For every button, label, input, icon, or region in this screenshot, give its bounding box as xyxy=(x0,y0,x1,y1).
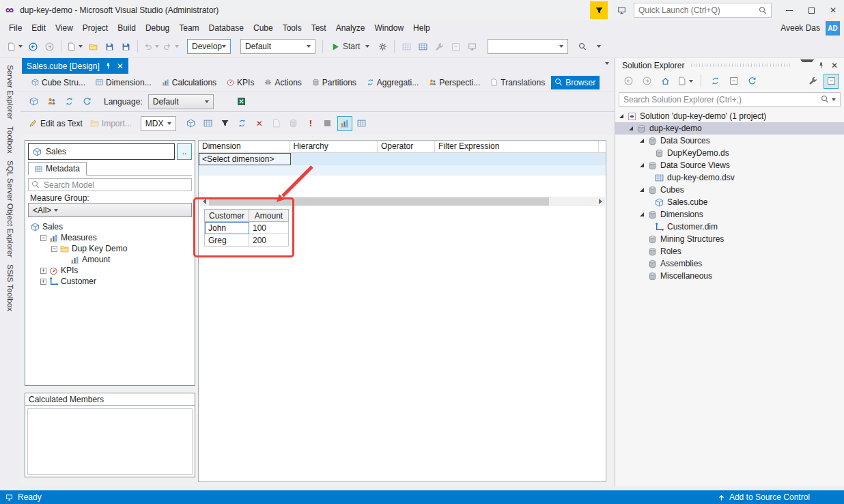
tab-overflow-chevron-icon[interactable] xyxy=(605,62,609,65)
scrollbar-thumb[interactable] xyxy=(209,197,549,206)
se-node-roles[interactable]: Roles xyxy=(615,245,844,257)
redo-button[interactable] xyxy=(162,39,180,54)
metadata-search-input[interactable]: Search Model xyxy=(28,178,192,191)
toolbar-empty-combo[interactable] xyxy=(488,39,568,54)
pin-icon[interactable] xyxy=(814,59,828,72)
toolbar-options-button[interactable] xyxy=(591,39,606,54)
undo-button[interactable] xyxy=(142,39,160,54)
tree-node-amount-measure[interactable]: Amount xyxy=(28,254,192,265)
add-to-source-control-button[interactable]: Add to Source Control xyxy=(718,492,839,502)
tree-node-customer-dimension[interactable]: Customer xyxy=(28,276,192,287)
new-project-button[interactable] xyxy=(66,39,84,54)
feedback-icon[interactable] xyxy=(613,2,630,18)
tab-metadata[interactable]: Metadata xyxy=(28,162,87,176)
edit-as-text-button[interactable]: Edit as Text xyxy=(26,119,85,128)
analyze-in-excel-button[interactable] xyxy=(234,94,249,109)
document-tab-sales-cube[interactable]: Sales.cube [Design] xyxy=(22,58,128,74)
se-collapse-all-button[interactable] xyxy=(726,74,741,89)
process-cube-button[interactable] xyxy=(26,94,41,109)
save-all-button[interactable] xyxy=(118,39,133,54)
expander-icon[interactable] xyxy=(640,212,644,216)
attach-gear-button[interactable] xyxy=(375,39,390,54)
copy-button[interactable] xyxy=(269,116,284,131)
process-exclamation-button[interactable] xyxy=(303,116,318,131)
se-node-mining-structures[interactable]: Mining Structures xyxy=(615,233,844,245)
panel-menu-chevron-icon[interactable] xyxy=(800,59,814,72)
cube-more-button[interactable]: .. xyxy=(177,143,192,160)
menu-analyze[interactable]: Analyze xyxy=(331,21,370,35)
se-node-customer-dim[interactable]: Customer.dim xyxy=(615,221,844,233)
tree-node-sales-cube[interactable]: Sales xyxy=(28,221,192,232)
menu-tools[interactable]: Tools xyxy=(278,21,307,35)
measure-group-combo[interactable]: <All> xyxy=(28,203,192,217)
designer-tab-translations[interactable]: Translations xyxy=(486,76,549,89)
se-forward-button[interactable] xyxy=(639,74,654,89)
user-name[interactable]: Aveek Das xyxy=(780,23,820,33)
designer-tab-partitions[interactable]: Partitions xyxy=(308,76,361,89)
close-button[interactable] xyxy=(822,0,844,20)
designer-tab-dimension-usage[interactable]: Dimension... xyxy=(92,76,156,89)
expand-icon[interactable] xyxy=(40,268,46,274)
quick-launch-input[interactable]: Quick Launch (Ctrl+Q) xyxy=(634,3,772,18)
document-close-icon[interactable] xyxy=(117,61,124,71)
tab-toolbox[interactable]: Toolbox xyxy=(6,126,14,154)
filter-col-hierarchy[interactable]: Hierarchy xyxy=(290,141,377,152)
designer-tab-aggregations[interactable]: Aggregati... xyxy=(363,76,423,89)
filter-col-operator[interactable]: Operator xyxy=(378,141,435,152)
refresh-button[interactable] xyxy=(79,94,94,109)
reconnect-button[interactable] xyxy=(61,94,76,109)
tree-node-kpis[interactable]: KPIs xyxy=(28,265,192,276)
tree-node-measures[interactable]: Measures xyxy=(28,232,192,243)
cell-customer-john[interactable]: John xyxy=(205,222,249,234)
horizontal-scrollbar[interactable] xyxy=(199,197,605,206)
tree-node-dup-key-demo-folder[interactable]: Dup Key Demo xyxy=(28,243,192,254)
solution-configurations-combo[interactable]: Develop xyxy=(187,39,231,54)
scroll-right-button[interactable] xyxy=(595,197,605,206)
language-combo[interactable]: Default xyxy=(148,94,214,109)
chart-view-toggle[interactable] xyxy=(337,116,352,131)
expander-icon[interactable] xyxy=(640,139,644,143)
menu-project[interactable]: Project xyxy=(78,21,113,35)
menu-cube[interactable]: Cube xyxy=(249,21,278,35)
se-preview-toggle[interactable] xyxy=(824,74,839,89)
user-avatar[interactable]: AD xyxy=(826,21,840,36)
solution-platforms-combo[interactable]: Default xyxy=(240,39,315,54)
query-language-combo[interactable]: MDX xyxy=(141,116,176,131)
menu-view[interactable]: View xyxy=(51,21,78,35)
menu-window[interactable]: Window xyxy=(369,21,408,35)
pin-icon[interactable] xyxy=(104,62,112,70)
se-home-button[interactable] xyxy=(658,74,673,89)
database-button[interactable] xyxy=(286,116,301,131)
se-refresh-button[interactable] xyxy=(744,74,759,89)
se-node-sales-cube[interactable]: Sales.cube xyxy=(615,196,844,208)
designer-tab-perspectives[interactable]: Perspecti... xyxy=(425,76,484,89)
filter-col-dimension[interactable]: Dimension xyxy=(199,141,290,152)
list-icon-button[interactable] xyxy=(415,39,430,54)
collapse-icon[interactable] xyxy=(51,246,57,252)
designer-tab-browser[interactable]: Browser xyxy=(551,76,600,89)
delete-button[interactable] xyxy=(252,116,267,131)
designer-tab-kpis[interactable]: KPIs xyxy=(223,76,258,89)
filter-col-filter-expression[interactable]: Filter Expression xyxy=(435,141,599,152)
navigate-backward-button[interactable] xyxy=(25,39,40,54)
se-node-dimensions[interactable]: Dimensions xyxy=(615,208,844,221)
monitor-icon-button[interactable] xyxy=(464,39,479,54)
se-node-data-sources[interactable]: Data Sources xyxy=(615,135,844,147)
minimize-button[interactable] xyxy=(778,0,800,20)
se-node-dup-key-demo-dsv[interactable]: dup-key-demo.dsv xyxy=(615,171,844,184)
se-node-project-dup-key-demo[interactable]: dup-key-demo xyxy=(615,122,844,135)
menu-file[interactable]: File xyxy=(4,21,27,35)
se-node-cubes[interactable]: Cubes xyxy=(615,184,844,196)
collapse-icon[interactable] xyxy=(40,235,46,241)
se-node-data-source-views[interactable]: Data Source Views xyxy=(615,159,844,171)
se-back-button[interactable] xyxy=(621,74,636,89)
new-item-button[interactable] xyxy=(5,39,24,54)
filter-button[interactable] xyxy=(218,116,233,131)
tab-sql-server-object-explorer[interactable]: SQL Server Object Explorer xyxy=(6,160,14,257)
collapse-icon-button[interactable] xyxy=(448,39,463,54)
start-button[interactable]: Start xyxy=(327,39,374,54)
expander-icon[interactable] xyxy=(619,114,623,118)
add-cube-button[interactable] xyxy=(184,116,199,131)
designer-tab-actions[interactable]: Actions xyxy=(260,76,305,89)
se-node-miscellaneous[interactable]: Miscellaneous xyxy=(615,270,844,282)
